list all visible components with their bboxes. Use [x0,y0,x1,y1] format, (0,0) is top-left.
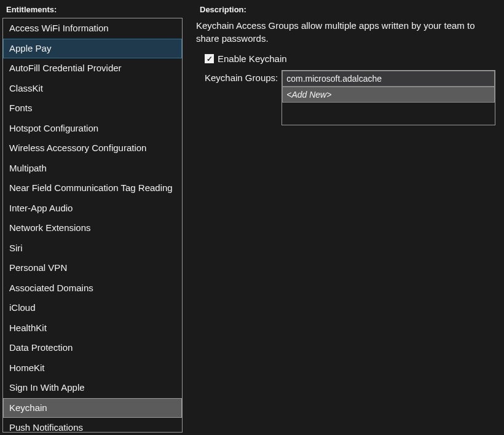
entitlement-item[interactable]: HomeKit [3,358,182,378]
keychain-groups-table[interactable]: com.microsoft.adalcache<Add New> [282,70,495,125]
entitlement-item[interactable]: Fonts [3,98,182,119]
entitlement-item[interactable]: AutoFill Credential Provider [3,58,182,79]
entitlement-item[interactable]: Siri [3,238,182,259]
description-title: Description: [196,5,502,18]
entitlement-item[interactable]: Inter-App Audio [3,198,182,219]
keychain-groups-label: Keychain Groups: [205,70,282,83]
description-text: Keychain Access Groups allow multiple ap… [196,18,502,53]
entitlement-item[interactable]: Near Field Communication Tag Reading [3,178,182,198]
entitlement-item[interactable]: Apple Pay [3,39,182,59]
entitlement-item[interactable]: Data Protection [3,338,182,358]
entitlement-item[interactable]: Keychain [3,398,182,418]
keychain-group-add-new[interactable]: <Add New> [282,87,495,103]
entitlement-item[interactable]: Hotspot Configuration [3,119,182,139]
entitlement-item[interactable]: Network Extensions [3,218,182,238]
entitlement-item[interactable]: HealthKit [3,318,182,339]
entitlement-item[interactable]: Access WiFi Information [3,18,182,39]
entitlement-item[interactable]: iCloud [3,298,182,318]
entitlement-item[interactable]: ClassKit [3,79,182,99]
entitlements-title: Entitlements: [2,5,183,18]
entitlement-item[interactable]: Multipath [3,159,182,179]
entitlement-item[interactable]: Associated Domains [3,278,182,299]
keychain-groups-row: Keychain Groups: com.microsoft.adalcache… [196,70,502,125]
keychain-group-row[interactable]: com.microsoft.adalcache [282,71,495,87]
entitlements-listbox[interactable]: Access WiFi InformationApple PayAutoFill… [2,18,183,433]
enable-keychain-row[interactable]: ✓ Enable Keychain [196,53,502,70]
enable-keychain-label: Enable Keychain [218,53,287,64]
enable-keychain-checkbox[interactable]: ✓ [205,54,214,63]
entitlement-item[interactable]: Personal VPN [3,258,182,278]
entitlement-item[interactable]: Wireless Accessory Configuration [3,138,182,159]
entitlement-item[interactable]: Push Notifications [3,418,182,433]
description-panel: Description: Keychain Access Groups allo… [183,5,502,433]
entitlements-panel: Entitlements: Access WiFi InformationApp… [2,5,183,433]
entitlement-item[interactable]: Sign In With Apple [3,378,182,398]
